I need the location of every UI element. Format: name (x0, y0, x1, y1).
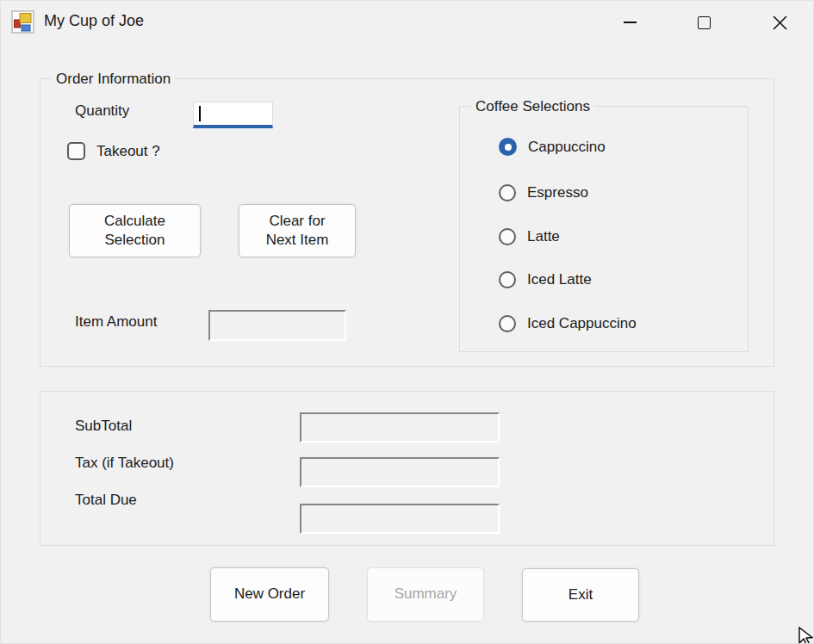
total-due-label: Total Due (75, 492, 137, 509)
takeout-checkbox (67, 142, 85, 160)
radio-button-icon (499, 271, 516, 288)
radio-label: Iced Latte (527, 271, 592, 288)
radio-button-icon (499, 184, 516, 201)
close-button[interactable] (759, 1, 800, 44)
radio-button-icon (499, 138, 517, 156)
winforms-app-icon (11, 10, 34, 34)
radio-label: Iced Cappuccino (527, 315, 637, 332)
calculate-button-line1: Calculate (104, 212, 165, 231)
summary-button: Summary (367, 567, 484, 622)
close-icon (773, 15, 787, 30)
subtotal-label: SubTotal (75, 418, 132, 435)
exit-button-label: Exit (569, 585, 593, 604)
summary-button-label: Summary (395, 585, 457, 604)
totals-groupbox: SubTotal Tax (if Takeout) Total Due (40, 391, 774, 546)
new-order-button-label: New Order (234, 585, 305, 604)
item-amount-label: Item Amount (75, 313, 157, 331)
quantity-input[interactable] (193, 102, 273, 128)
takeout-label: Takeout ? (96, 143, 160, 160)
radio-label: Latte (527, 228, 560, 245)
takeout-checkbox-row[interactable]: Takeout ? (67, 142, 160, 160)
arrow-cursor-icon (798, 626, 814, 644)
radio-label: Cappuccino (528, 139, 606, 156)
radio-iced-cappuccino[interactable]: Iced Cappuccino (499, 315, 637, 332)
coffee-selections-groupbox: Coffee Selections Cappuccino Espresso La… (459, 106, 749, 352)
total-due-textbox[interactable] (300, 504, 500, 534)
quantity-label: Quantity (75, 102, 129, 120)
clear-for-next-item-button[interactable]: Clear for Next Item (239, 204, 356, 257)
maximize-icon (698, 16, 711, 29)
text-caret (199, 106, 201, 121)
radio-espresso[interactable]: Espresso (499, 184, 588, 201)
clear-button-line1: Clear for (269, 212, 325, 231)
new-order-button[interactable]: New Order (210, 567, 329, 622)
coffee-selections-title: Coffee Selections (471, 98, 594, 115)
radio-iced-latte[interactable]: Iced Latte (499, 271, 592, 288)
app-window: { "window": { "title": "My Cup of Joe", … (0, 0, 814, 644)
maximize-button[interactable] (683, 1, 724, 44)
subtotal-textbox[interactable] (300, 412, 500, 443)
tax-label: Tax (if Takeout) (75, 455, 174, 472)
minimize-button[interactable] (609, 1, 650, 44)
minimize-icon (624, 22, 637, 23)
order-information-title: Order Information (52, 71, 175, 88)
radio-label: Espresso (527, 184, 588, 201)
radio-latte[interactable]: Latte (499, 228, 560, 245)
calculate-selection-button[interactable]: Calculate Selection (69, 204, 201, 257)
quantity-field-wrap (193, 102, 273, 128)
radio-button-icon (499, 228, 516, 245)
calculate-button-line2: Selection (105, 231, 165, 250)
clear-button-line2: Next Item (266, 231, 329, 250)
tax-textbox[interactable] (300, 457, 500, 487)
titlebar[interactable]: My Cup of Joe (1, 1, 814, 44)
window-title: My Cup of Joe (44, 12, 144, 30)
exit-button[interactable]: Exit (522, 568, 639, 622)
radio-cappuccino[interactable]: Cappuccino (499, 138, 606, 156)
item-amount-textbox[interactable] (208, 310, 346, 341)
radio-button-icon (499, 315, 516, 332)
